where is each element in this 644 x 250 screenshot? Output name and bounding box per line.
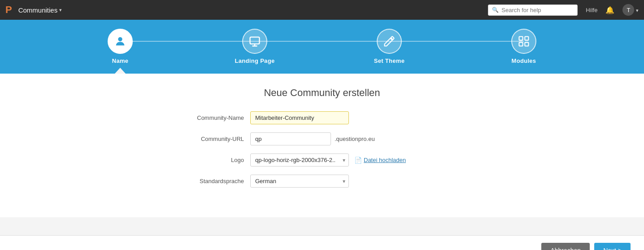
bell-icon[interactable]: 🔔 <box>605 6 614 14</box>
svg-rect-5 <box>525 42 528 46</box>
user-avatar[interactable]: T <box>622 4 634 16</box>
step-theme-label: Set Theme <box>374 57 405 68</box>
logo-select[interactable]: qp-logo-horiz-rgb-2000x376-2.... <box>250 154 349 167</box>
form-row-sprache: Standardsprache German English French Sp… <box>174 175 470 188</box>
upload-anchor[interactable]: Datei hochladen <box>364 157 406 163</box>
main-content: Neue Community erstellen Community-Name … <box>0 74 644 217</box>
footer-bar: Abbrechen Next > <box>0 235 644 250</box>
cancel-button[interactable]: Abbrechen <box>541 243 590 250</box>
upload-link[interactable]: 📄 Datei hochladen <box>354 157 406 164</box>
form-row-name: Community-Name <box>174 111 470 124</box>
hilfe-link[interactable]: Hilfe <box>586 7 597 13</box>
step-landing-label: Landing Page <box>235 57 275 68</box>
logo-select-wrap[interactable]: qp-logo-horiz-rgb-2000x376-2.... ▾ <box>250 154 349 167</box>
modules-icon <box>518 35 530 48</box>
steps-row: Name Landing Page <box>53 29 591 74</box>
step-active-indicator <box>115 68 126 74</box>
svg-rect-4 <box>519 42 523 46</box>
app-logo: P <box>5 4 12 16</box>
form-row-logo: Logo qp-logo-horiz-rgb-2000x376-2.... ▾ … <box>174 154 470 167</box>
step-modules-label: Modules <box>512 57 536 68</box>
brand-label[interactable]: Communities ▾ <box>18 6 62 14</box>
wizard-step-landing[interactable]: Landing Page <box>187 29 322 68</box>
step-circle-theme <box>377 29 402 54</box>
wizard-step-name[interactable]: Name <box>53 29 187 74</box>
user-chevron-icon: ▾ <box>636 8 639 13</box>
lang-select-wrap[interactable]: German English French Spanish ▾ <box>250 175 349 188</box>
svg-rect-3 <box>525 37 528 40</box>
url-suffix: .questionpro.eu <box>335 136 375 142</box>
step-name-label: Name <box>112 57 129 68</box>
topnav: P Communities ▾ 🔍 Hilfe 🔔 T ▾ <box>0 0 644 20</box>
upload-icon: 📄 <box>354 157 362 164</box>
wizard-step-modules[interactable]: Modules <box>457 29 591 68</box>
community-name-input[interactable] <box>250 111 349 124</box>
user-menu[interactable]: T ▾ <box>622 4 639 16</box>
logo-label: Logo <box>174 157 250 163</box>
step-circle-modules <box>511 29 536 54</box>
search-icon: 🔍 <box>492 7 499 13</box>
form-row-url: Community-URL .questionpro.eu <box>174 132 470 145</box>
person-icon <box>114 35 126 48</box>
step-circle-name <box>108 29 133 54</box>
wizard-header: Name Landing Page <box>0 20 644 74</box>
form-container: Community-Name Community-URL .questionpr… <box>165 111 479 188</box>
svg-point-0 <box>118 37 122 41</box>
brand-chevron-icon: ▾ <box>59 7 62 13</box>
sprache-label: Standardsprache <box>174 178 250 184</box>
form-title: Neue Community erstellen <box>0 87 644 99</box>
brand-name: Communities <box>18 6 58 14</box>
next-button[interactable]: Next > <box>594 243 631 250</box>
search-box[interactable]: 🔍 <box>488 4 578 16</box>
step-circle-landing <box>242 29 267 54</box>
community-name-label: Community-Name <box>174 114 250 121</box>
brush-icon <box>383 35 396 48</box>
search-input[interactable] <box>501 7 574 13</box>
lang-select[interactable]: German English French Spanish <box>250 175 349 188</box>
wizard-step-theme[interactable]: Set Theme <box>322 29 457 68</box>
svg-rect-2 <box>519 37 523 40</box>
community-url-label: Community-URL <box>174 136 250 142</box>
monitor-icon <box>248 35 261 48</box>
community-url-input[interactable] <box>250 132 331 145</box>
svg-rect-1 <box>250 37 260 44</box>
